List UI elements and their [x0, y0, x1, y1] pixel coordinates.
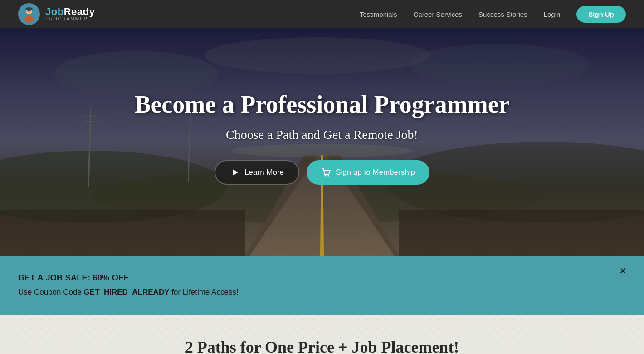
learn-more-label: Learn More [244, 168, 284, 177]
nav-login[interactable]: Login [544, 10, 561, 18]
svg-point-29 [204, 37, 431, 74]
promo-text: Use Coupon Code GET_HIRED_ALREADY for Li… [18, 286, 239, 298]
promo-coupon-code: GET_HIRED_ALREADY [84, 288, 170, 296]
paths-title-prefix: 2 Paths for One Price + [185, 338, 352, 354]
svg-marker-25 [399, 210, 644, 256]
signup-membership-button[interactable]: Sign up to Membership [307, 160, 429, 185]
navbar-links: Testimonials Career Services Success Sto… [360, 6, 626, 23]
logo-subtitle: PROGRAMMER [45, 17, 95, 21]
hero-buttons: Learn More Sign up to Membership [215, 160, 429, 185]
svg-point-5 [30, 11, 31, 12]
svg-point-32 [328, 175, 329, 177]
logo-ready: Ready [64, 6, 95, 17]
promo-text-suffix: for Lifetime Access! [170, 288, 239, 296]
hero-subtitle: Choose a Path and Get a Remote Job! [226, 128, 418, 142]
promo-banner: GET A JOB SALE: 60% OFF Use Coupon Code … [0, 256, 644, 315]
hero-content: Become a Professional Programmer Choose … [134, 90, 509, 185]
svg-point-4 [28, 11, 29, 12]
learn-more-button[interactable]: Learn More [215, 160, 299, 185]
svg-point-31 [325, 175, 326, 177]
logo-brand: JobReady [45, 7, 95, 17]
nav-signup-button[interactable]: Sign Up [576, 6, 626, 23]
svg-rect-2 [27, 15, 31, 20]
paths-title-highlight: Job Placement! [351, 338, 459, 354]
svg-rect-18 [322, 226, 323, 241]
navbar: JobReady PROGRAMMER Testimonials Career … [0, 0, 644, 28]
svg-marker-30 [233, 169, 238, 176]
paths-title: 2 Paths for One Price + Job Placement! [18, 338, 626, 354]
promo-content: GET A JOB SALE: 60% OFF Use Coupon Code … [18, 273, 239, 298]
svg-point-3 [25, 7, 33, 11]
promo-text-prefix: Use Coupon Code [18, 288, 84, 296]
svg-rect-17 [322, 207, 323, 221]
hero-section: Become a Professional Programmer Choose … [0, 28, 644, 256]
promo-title: GET A JOB SALE: 60% OFF [18, 273, 239, 283]
paths-section: 2 Paths for One Price + Job Placement! D… [0, 315, 644, 354]
svg-marker-24 [0, 210, 245, 256]
nav-career-services[interactable]: Career Services [414, 10, 463, 18]
hero-title: Become a Professional Programmer [134, 90, 509, 118]
logo-text: JobReady PROGRAMMER [45, 7, 95, 21]
svg-rect-16 [322, 192, 323, 203]
promo-close-button[interactable]: × [620, 265, 626, 277]
play-icon [230, 167, 240, 177]
logo-job: Job [45, 6, 64, 17]
cart-icon [321, 167, 331, 177]
svg-point-27 [54, 51, 218, 96]
signup-membership-label: Sign up to Membership [336, 168, 415, 177]
logo-avatar [18, 3, 40, 25]
navbar-logo-group: JobReady PROGRAMMER [18, 3, 95, 25]
nav-success-stories[interactable]: Success Stories [478, 10, 527, 18]
nav-testimonials[interactable]: Testimonials [360, 10, 397, 18]
svg-point-28 [408, 44, 590, 85]
